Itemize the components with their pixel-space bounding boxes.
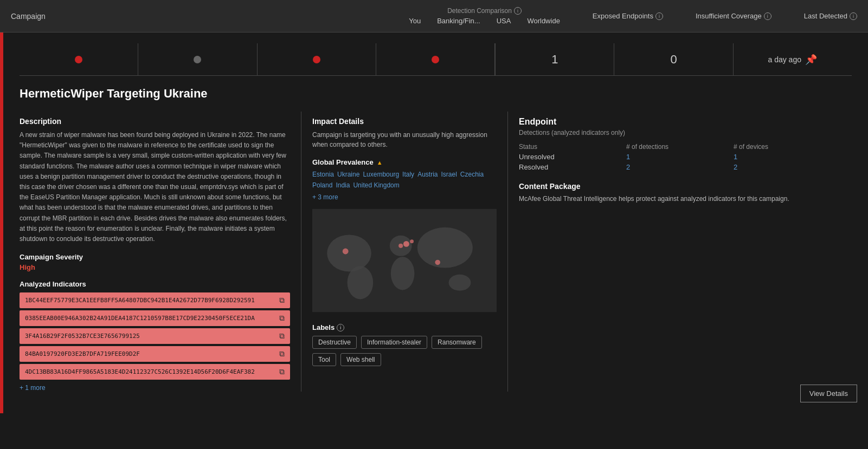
- det-header-row: Status # of detections # of devices: [519, 143, 841, 151]
- campaign-label: Campaign: [11, 12, 76, 21]
- copy-icon-5[interactable]: ⧉: [279, 367, 285, 376]
- indicators-label: Analyzed Indicators: [20, 280, 290, 288]
- pin-icon[interactable]: 📌: [805, 54, 817, 66]
- devices-header: # of devices: [734, 143, 841, 151]
- top-header: Campaign Detection Comparison i You Bank…: [0, 0, 868, 32]
- det-col-worldwide: Worldwide: [527, 17, 560, 25]
- right-column: Endpoint Detections (analyzed indicators…: [508, 112, 852, 392]
- country-israel[interactable]: Israel: [441, 171, 456, 178]
- country-united-kingdom[interactable]: United Kingdom: [353, 181, 399, 189]
- detection-comparison-info-icon[interactable]: i: [514, 7, 522, 15]
- description-heading: Description: [20, 117, 290, 126]
- warning-icon: ▲: [377, 159, 383, 166]
- metric-banking: [138, 43, 257, 75]
- indicator-hash-2: 0385EEAB00E946A302B24A91DEA4187C1210597B…: [25, 315, 255, 322]
- last-detected-value: a day ago: [768, 55, 801, 64]
- labels-row: Destructive Information-stealer Ransomwa…: [312, 336, 497, 349]
- dot-worldwide: [432, 56, 439, 63]
- impact-title: Impact Details: [312, 117, 497, 126]
- devices-unresolved[interactable]: 1: [734, 153, 841, 161]
- severity-label: Campaign Severity: [20, 253, 290, 261]
- indicator-hash-1: 1BC44EEF75779E3CA1EEFB8FF5A64807DBC942B1…: [25, 297, 255, 304]
- copy-icon-1[interactable]: ⧉: [279, 296, 285, 305]
- country-luxembourg[interactable]: Luxembourg: [363, 171, 399, 178]
- exposed-endpoints-label: Exposed Endpoints i: [593, 12, 663, 20]
- country-poland[interactable]: Poland: [312, 181, 332, 189]
- last-detected-label: Last Detected i: [804, 12, 857, 20]
- detections-table: Status # of detections # of devices Unre…: [519, 143, 841, 171]
- insufficient-coverage-group: Insufficient Coverage i: [696, 12, 771, 20]
- status-header: Status: [519, 143, 626, 151]
- copy-icon-3[interactable]: ⧉: [279, 331, 285, 341]
- label-destructive[interactable]: Destructive: [312, 336, 357, 349]
- more-indicators-link[interactable]: + 1 more: [20, 384, 290, 392]
- status-resolved: Resolved: [519, 163, 626, 171]
- endpoint-subtitle: Detections (analyzed indicators only): [519, 129, 841, 136]
- countries-row-2: Poland India United Kingdom: [312, 181, 497, 189]
- impact-text: Campaign is targeting you with an unusua…: [312, 130, 497, 149]
- det-row-unresolved: Unresolved 1 1: [519, 153, 841, 161]
- metric-exposed: 1: [496, 43, 614, 75]
- det-row-resolved: Resolved 2 2: [519, 163, 841, 171]
- country-italy[interactable]: Italy: [402, 171, 414, 178]
- more-countries-link[interactable]: + 3 more: [312, 193, 497, 201]
- indicator-hash-4: 84BA0197920FD3E2B7DFA719FEE09D2F: [25, 350, 140, 357]
- exposed-endpoints-info-icon[interactable]: i: [655, 12, 663, 20]
- detection-comparison-title: Detection Comparison i: [447, 7, 522, 15]
- middle-column: Impact Details Campaign is targeting you…: [301, 112, 508, 392]
- metric-you: [20, 43, 138, 75]
- last-detected-group: Last Detected i: [804, 12, 857, 20]
- indicator-hash-5: 4DC13BB83A16D4FF9865A5183E4D24112327C526…: [25, 368, 255, 375]
- inner-content: 1 0 a day ago 📌 HermeticWiper Targeting …: [3, 32, 868, 413]
- svg-point-1: [327, 235, 371, 271]
- svg-point-10: [435, 260, 440, 265]
- indicator-row-3: 3F4A16B29F2F0532B7CE3E7656799125 ⧉: [20, 328, 290, 344]
- labels-info-icon[interactable]: i: [337, 324, 344, 331]
- detection-comparison: Detection Comparison i You Banking/Fin..…: [409, 7, 560, 25]
- devices-resolved[interactable]: 2: [734, 163, 841, 171]
- view-details-button[interactable]: View Details: [800, 385, 857, 402]
- metric-last-detected: a day ago 📌: [734, 43, 852, 75]
- det-col-banking: Banking/Fin...: [437, 17, 480, 25]
- svg-point-7: [403, 241, 409, 247]
- indicator-row-1: 1BC44EEF75779E3CA1EEFB8FF5A64807DBC942B1…: [20, 292, 290, 308]
- copy-icon-4[interactable]: ⧉: [279, 349, 285, 359]
- det-col-you: You: [409, 17, 421, 25]
- svg-point-6: [449, 275, 471, 291]
- copy-icon-2[interactable]: ⧉: [279, 314, 285, 323]
- detections-unresolved[interactable]: 1: [626, 153, 734, 161]
- country-estonia[interactable]: Estonia: [312, 171, 334, 178]
- exposed-number: 1: [551, 53, 558, 67]
- detection-comparison-cols: You Banking/Fin... USA Worldwide: [409, 17, 560, 25]
- last-detected-info-icon[interactable]: i: [850, 12, 857, 20]
- svg-point-2: [348, 266, 374, 299]
- insufficient-coverage-info-icon[interactable]: i: [764, 12, 771, 20]
- dot-banking: [194, 56, 201, 63]
- label-web-shell[interactable]: Web shell: [340, 353, 381, 366]
- indicator-hash-3: 3F4A16B29F2F0532B7CE3E7656799125: [25, 333, 140, 340]
- detections-resolved[interactable]: 2: [626, 163, 734, 171]
- severity-value: High: [20, 263, 290, 271]
- country-czechia[interactable]: Czechia: [460, 171, 484, 178]
- country-ukraine[interactable]: Ukraine: [337, 171, 359, 178]
- indicator-row-4: 84BA0197920FD3E2B7DFA719FEE09D2F ⧉: [20, 346, 290, 362]
- dot-you: [75, 56, 82, 63]
- endpoint-title: Endpoint: [519, 117, 841, 127]
- left-column: Description A new strain of wiper malwar…: [20, 112, 301, 392]
- country-austria[interactable]: Austria: [417, 171, 438, 178]
- metrics-row: 1 0 a day ago 📌: [20, 43, 852, 76]
- label-tool[interactable]: Tool: [312, 353, 336, 366]
- country-india[interactable]: India: [336, 181, 350, 189]
- insufficient-coverage-label: Insufficient Coverage i: [696, 12, 771, 20]
- dot-usa: [313, 56, 320, 63]
- label-information-stealer[interactable]: Information-stealer: [361, 336, 427, 349]
- labels-row-2: Tool Web shell: [312, 353, 497, 366]
- svg-point-9: [410, 239, 414, 243]
- two-col-layout: Description A new strain of wiper malwar…: [20, 112, 852, 392]
- label-ransomware[interactable]: Ransomware: [432, 336, 482, 349]
- description-text: A new strain of wiper malware has been f…: [20, 130, 290, 244]
- svg-point-5: [417, 227, 473, 268]
- world-map: [312, 206, 497, 315]
- status-unresolved: Unresolved: [519, 153, 626, 161]
- exposed-endpoints-group: Exposed Endpoints i: [593, 12, 663, 20]
